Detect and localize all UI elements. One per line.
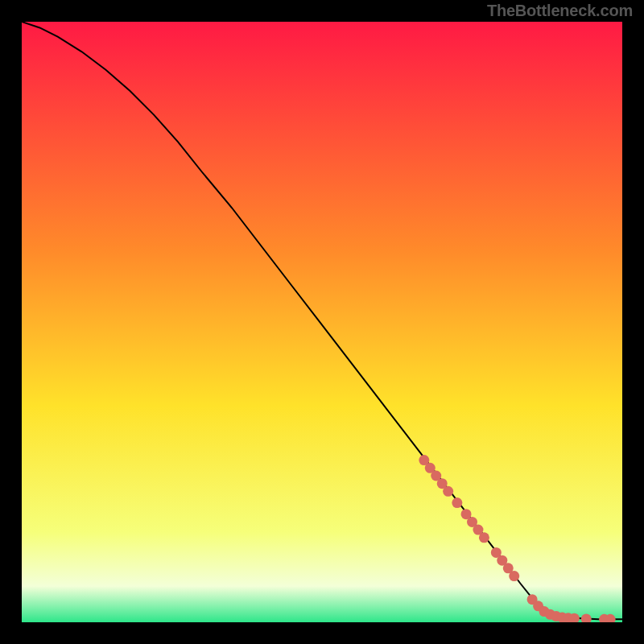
data-marker (479, 532, 489, 543)
chart-frame: TheBottleneck.com (0, 0, 644, 644)
attribution-label: TheBottleneck.com (487, 2, 633, 20)
plot-area (22, 22, 622, 622)
gradient-background (22, 22, 622, 622)
data-marker (452, 497, 462, 508)
data-marker (509, 571, 519, 581)
plot-svg (22, 22, 622, 622)
data-marker (443, 486, 453, 497)
